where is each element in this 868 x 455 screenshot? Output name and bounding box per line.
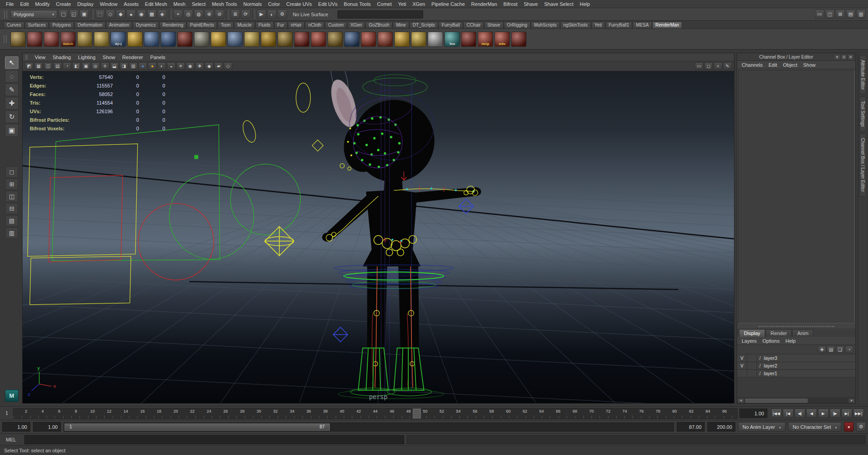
construction-history-icon[interactable]: ⟳ [241,9,250,19]
layer-visibility-toggle[interactable]: V [737,362,747,369]
layer-type-toggle[interactable] [747,370,757,377]
paint-select-tool[interactable]: ✎ [5,83,18,96]
menu-item[interactable]: Create [53,1,74,7]
shelf-icon[interactable] [77,32,92,47]
viewport-toolbar-icon[interactable]: ❖ [195,62,204,70]
viewport-toolbar-icon[interactable]: ✎ [723,62,732,70]
layer-name[interactable]: layer2 [763,363,777,368]
shelf-icon[interactable] [10,32,26,47]
panel-menu-item[interactable]: Panels [147,55,169,60]
shelf-icon[interactable] [161,32,176,47]
shelf-icon[interactable]: Info [494,32,510,47]
shelf-tab[interactable]: Polygons [49,22,74,28]
current-time-field[interactable]: 1.00 [739,409,767,418]
pane-toggle-icon[interactable]: ▭ [815,9,824,19]
shelf-icon[interactable] [277,32,293,47]
shelf-icon[interactable]: Help [478,32,493,47]
panel-menu-item[interactable]: Renderer [119,55,147,60]
shelf-icon[interactable]: Tex [444,32,460,47]
panel-menu-item[interactable]: Show [99,55,119,60]
range-slider[interactable]: 1 87 [64,423,674,432]
channel-box-menu-item[interactable]: Object [780,62,800,68]
viewport-toolbar-icon[interactable]: ▰ [214,62,223,70]
menu-item[interactable]: Create UVs [283,1,315,7]
viewport-toolbar-icon[interactable]: ◻ [704,62,713,70]
menu-item[interactable]: RenderMan [468,1,500,7]
scroll-left-icon[interactable] [738,398,744,403]
go-to-end-button[interactable]: ▶▶| [853,409,864,418]
step-forward-key-button[interactable]: |▶ [830,409,840,418]
viewport-toolbar-icon[interactable]: ▭ [695,62,703,70]
save-scene-icon[interactable]: ▣ [79,9,89,19]
layer-name[interactable]: layer3 [763,355,777,361]
panel-splitter[interactable] [737,324,855,328]
shelf-tab[interactable]: Surfaces [25,22,49,28]
shelf-icon[interactable] [328,32,343,47]
pane-toggle-icon[interactable]: ⊞ [836,9,845,19]
shelf-icon[interactable] [27,32,42,47]
step-back-key-button[interactable]: ◀| [794,409,805,418]
shelf-tab[interactable]: Muscle [234,22,255,28]
viewport-toolbar-icon[interactable]: ◧ [72,62,81,70]
move-layer-down-icon[interactable]: ◔ [845,346,853,353]
selection-mask-icon[interactable]: ● [126,9,136,19]
shelf-icon[interactable] [378,32,393,47]
menu-item[interactable]: Mesh [170,1,189,7]
pane-toggle-icon[interactable]: ▤ [846,9,855,19]
viewport-toolbar-icon[interactable]: ☀ [176,62,185,70]
shelf-tab[interactable]: Animation [106,22,132,28]
layer-type-toggle[interactable] [747,362,757,369]
layer-menu-item[interactable]: Help [783,338,799,344]
selection-mask-icon[interactable]: ▦ [147,9,157,19]
status-line-grip[interactable] [4,10,7,18]
shelf-tab[interactable]: MESA [633,22,651,28]
snap-to-curve-icon[interactable]: ◎ [184,9,193,19]
shelf-tab[interactable]: Fur [274,22,287,28]
shelf-icon[interactable] [261,32,276,47]
menu-item[interactable]: Edit UVs [315,1,341,7]
shelf-icon[interactable] [144,32,159,47]
channel-box-menu-item[interactable]: Channels [739,62,765,68]
layer-menu-item[interactable]: Options [760,338,782,344]
move-layer-up-icon[interactable]: ❏ [836,346,844,353]
viewport-toolbar-icon[interactable]: ◇ [224,62,232,70]
step-back-frame-button[interactable]: |◀ [783,409,794,418]
shelf-icon[interactable]: Batch [60,32,76,47]
open-scene-icon[interactable]: ◱ [69,9,78,19]
shelf-icon[interactable] [361,32,376,47]
render-settings-icon[interactable]: ⚙ [277,9,287,19]
four-pane-layout-button[interactable]: ⊞ [5,179,18,190]
shelf-tab[interactable]: Deformation [74,22,105,28]
rotate-tool[interactable]: ↻ [5,110,18,123]
shelf-icon[interactable] [211,32,226,47]
shelf-icon[interactable] [127,32,143,47]
pin-icon[interactable]: ⊙ [841,54,847,60]
menu-item[interactable]: Comet [374,1,395,7]
snap-to-plane-icon[interactable]: ⊕ [204,9,214,19]
numeric-input-field[interactable] [337,10,423,18]
panel-menu-item[interactable]: Lighting [74,55,99,60]
playback-end-field[interactable]: 87.00 [677,422,705,432]
animation-end-field[interactable]: 200.00 [707,422,735,432]
snap-to-grid-icon[interactable]: ⌖ [173,9,183,19]
shelf-tab[interactable]: GoZBrush [365,22,392,28]
viewport-toolbar-icon[interactable]: ▣ [82,62,90,70]
layer-row[interactable]: V layer2 [737,362,855,370]
viewport-toolbar-icon[interactable]: ⌗ [714,62,722,70]
shelf-tab[interactable]: PaintEffects [187,22,217,28]
selection-mask-icon[interactable]: ◈ [157,9,167,19]
viewport-toolbar-icon[interactable]: ⬓ [110,62,119,70]
menu-item[interactable]: Help [577,1,593,7]
shelf-icon[interactable] [244,32,259,47]
layer-tab[interactable]: Anim [792,329,813,337]
menu-item[interactable]: Assets [120,1,142,7]
shelf-tab[interactable]: Toon [217,22,234,28]
viewport-toolbar-icon[interactable]: ✛ [101,62,109,70]
shelf-tab[interactable]: nHair [288,22,305,28]
layer-row[interactable]: layer1 [737,370,855,377]
dock-tab[interactable]: Tool Settings [859,97,866,131]
animation-start-field[interactable]: 1.00 [2,422,30,432]
shelf-icon[interactable] [344,32,360,47]
select-hierarchy-icon[interactable]: ⬚ [95,9,105,19]
input-operations-icon[interactable]: ≣ [231,9,240,19]
